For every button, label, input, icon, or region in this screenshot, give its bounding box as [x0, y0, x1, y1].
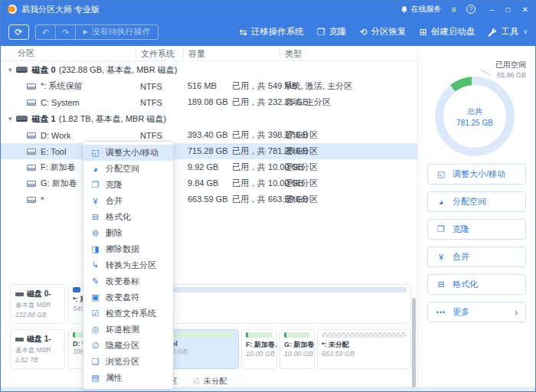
menu-label: 调整大小/移动 [106, 147, 159, 158]
button-label: 分配空间 [453, 196, 486, 207]
disk-group-row[interactable]: ▾ 磁盘 1 (1.82 TB, 基本盘, MBR 磁盘) [1, 110, 417, 127]
menu-item-convert-to-primary[interactable]: ↳转换为主分区 [83, 257, 173, 273]
menu-label: 改变盘符 [106, 292, 139, 303]
unallocated-strip [322, 332, 407, 338]
online-service-button[interactable]: 在线服务 [400, 4, 442, 15]
menu-item-change-label[interactable]: ✎改变卷标 [83, 273, 173, 289]
partition-type: 系统, 激活, 主分区 [279, 80, 417, 92]
menu-item-format[interactable]: ⊟格式化 [83, 209, 173, 225]
partition-label: *: 系统保留 [41, 80, 82, 92]
merge-icon: ¥ [90, 197, 100, 206]
partition-label: * [41, 195, 44, 204]
help-icon[interactable]: ? [466, 5, 476, 14]
resize-move-button[interactable]: ◱调整大小/移动 [427, 164, 526, 185]
volume-icon [27, 181, 36, 187]
table-row[interactable]: G: 新加卷 9.84 GB已用，共 10.00 GB 逻辑分区 [1, 175, 417, 191]
menu-item-resize-move[interactable]: ◱调整大小/移动 [83, 145, 173, 161]
menu-label: 合并 [106, 195, 123, 207]
clone-button[interactable]: ❐克隆 [427, 219, 526, 240]
migrate-os-button[interactable]: ⇆ 迁移操作系统 [240, 26, 304, 38]
menu-item-change-drive-letter[interactable]: ▣改变盘符 [83, 289, 173, 305]
clone-icon: ❐ [90, 180, 100, 190]
right-sidebar: 总共 781.25 GB 已用空间 65.96 GB ◱调整大小/移动 ◕分配空… [417, 46, 535, 387]
menu-item-explore-partition[interactable]: ❏浏览分区 [83, 354, 173, 370]
menu-item-merge[interactable]: ¥合并 [83, 193, 173, 209]
col-capacity: 容量 [183, 49, 279, 58]
more-icon: ••• [436, 309, 446, 316]
table-row[interactable]: * 663.59 GB已用，共 663.59 GB 逻辑分区 [1, 191, 417, 207]
table-row[interactable]: F: 新加卷 9.92 GB已用，共 10.00 GB 逻辑分区 [1, 159, 417, 175]
block-label: *: 系统保留 [73, 295, 80, 305]
surface-test-icon: ◎ [90, 325, 100, 335]
minimize-button[interactable]: – [490, 5, 495, 14]
properties-icon: ▤ [90, 373, 100, 383]
clone-button[interactable]: ❐ 克隆 [317, 26, 347, 38]
table-row-selected[interactable]: E: Tool 715.28 GB已用，共 781.25 GB 逻辑分区 [1, 143, 417, 159]
undo-button[interactable]: ↶ [36, 25, 56, 39]
convert-primary-icon: ↳ [90, 260, 100, 270]
format-button[interactable]: ⊟格式化 [427, 274, 526, 295]
bootable-disk-label: 创建启动盘 [431, 26, 476, 38]
tools-button[interactable]: 工具 ∨ [488, 26, 528, 38]
used-space-label: 已用空间 [495, 60, 526, 70]
partition-block[interactable]: G: 新加卷... 10.00 GB [279, 329, 315, 369]
chevron-down-icon: ∨ [523, 28, 528, 35]
wrench-icon [488, 28, 497, 37]
more-button[interactable]: •••更多› [427, 302, 526, 322]
menu-item-surface-test[interactable]: ◎坏道检测 [83, 322, 173, 338]
menu-item-allocate-space[interactable]: ◕分配空间 [83, 161, 173, 177]
disk-map-name: 磁盘 1- [27, 334, 51, 345]
table-row[interactable]: C: System NTFS 189.08 GB已用，共 232.35 GB 启… [1, 94, 417, 110]
unallocated-block[interactable]: *: 未分配 663.59 GB [317, 329, 411, 369]
toolbar: ⟳ ↶ ↷ ▶ 没有待执行操作 ⇆ 迁移操作系统 ❐ 克隆 ⟲ 分区恢复 ⊞ [1, 18, 535, 46]
context-menu: ◱调整大小/移动 ◕分配空间 ❐克隆 ¥合并 ⊟格式化 ⊖删除 ◨擦除数据 ↳转… [83, 141, 174, 390]
disk-card[interactable]: 磁盘 1- 基本盘 MBR 1.82 TB [10, 329, 65, 369]
vertical-scrollbar[interactable] [412, 298, 416, 387]
button-label: 格式化 [453, 279, 478, 290]
col-type: 类型 [279, 49, 417, 58]
menu-item-delete[interactable]: ⊖删除 [83, 225, 173, 241]
disk-map-size: 1.82 TB [15, 356, 60, 364]
capacity-used: 715.28 GB [188, 146, 232, 155]
collapse-chevron-icon: ▾ [8, 66, 12, 74]
donut-total-label: 总共 [467, 106, 482, 117]
disk-map-size: 232.88 GB [15, 311, 60, 318]
menu-item-hide-partition[interactable]: ∅隐藏分区 [83, 338, 173, 354]
disk-map: 磁盘 0- 基本盘 MBR 232.88 GB *: 系统保留 549 MB C… [1, 284, 417, 387]
disk-map-name: 磁盘 0- [27, 289, 51, 299]
partition-block[interactable]: F: 新加卷... 10.00 GB [241, 329, 277, 369]
app-window: 易我分区大师 专业版 在线服务 ≡ ? – □ ✕ ⟳ ↶ ↷ ▶ 没有待执行操… [0, 0, 536, 392]
disk-name: 磁盘 1 [32, 113, 56, 125]
close-button[interactable]: ✕ [522, 5, 528, 14]
table-row[interactable]: *: 系统保留 NTFS 516 MB已用，共 549 MB 系统, 激活, 主… [1, 78, 417, 94]
menu-label: 删除 [106, 227, 123, 239]
menu-item-clone[interactable]: ❐克隆 [83, 177, 173, 193]
capacity-used: 516 MB [188, 81, 232, 90]
create-bootable-disk-button[interactable]: ⊞ 创建启动盘 [420, 26, 476, 38]
block-label: F: 新加卷... [246, 340, 273, 350]
disk-detail: (1.82 TB, 基本盘, MBR 磁盘) [59, 113, 166, 125]
task-list-icon[interactable]: ≡ [452, 5, 456, 14]
partition-label: D: Work [41, 131, 71, 140]
maximize-button[interactable]: □ [506, 5, 511, 14]
redo-button[interactable]: ↷ [56, 25, 76, 39]
menu-item-properties[interactable]: ▤属性 [83, 370, 173, 386]
table-row[interactable]: D: Work NTFS 393.40 GB已用，共 398.17 GB 逻辑分… [1, 127, 417, 143]
menu-label: 分配空间 [106, 163, 139, 175]
disk-group-row[interactable]: ▾ 磁盘 0 (232.88 GB, 基本盘, MBR 磁盘) [1, 61, 417, 78]
menu-item-check-filesystem[interactable]: ☑检查文件系统 [83, 305, 173, 322]
refresh-button[interactable]: ⟳ [8, 24, 29, 40]
migrate-os-icon: ⇆ [240, 27, 247, 38]
donut-total-value: 781.25 GB [456, 119, 493, 127]
menu-label: 浏览分区 [106, 356, 139, 368]
partition-recovery-button[interactable]: ⟲ 分区恢复 [360, 26, 407, 38]
disk-card[interactable]: 磁盘 0- 基本盘 MBR 232.88 GB [10, 284, 65, 324]
block-size: 549 MB [73, 305, 80, 312]
donut-leader-line [481, 70, 491, 75]
merge-button[interactable]: ¥合并 [427, 247, 526, 267]
menu-label: 隐藏分区 [106, 340, 139, 351]
collapse-chevron-icon: ▾ [8, 115, 12, 122]
allocate-space-button[interactable]: ◕分配空间 [427, 191, 526, 212]
menu-item-wipe-data[interactable]: ◨擦除数据 [83, 241, 173, 257]
bell-icon [400, 5, 408, 14]
